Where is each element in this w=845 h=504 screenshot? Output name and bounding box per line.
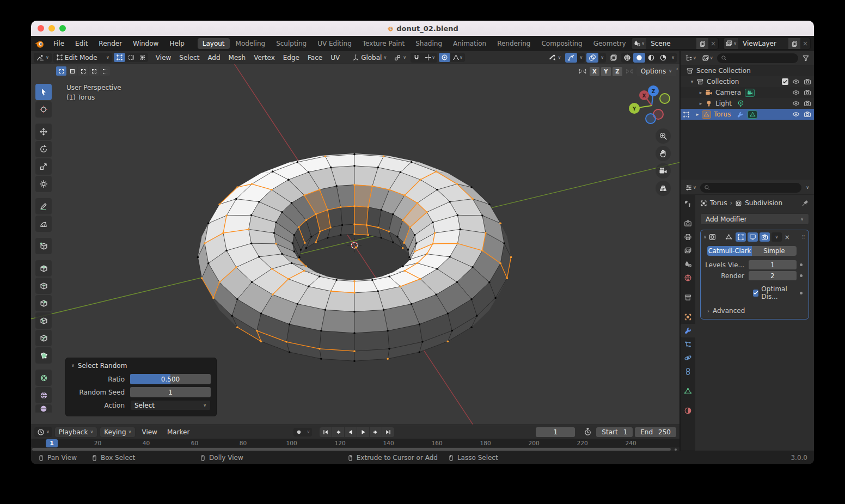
pin-icon[interactable] xyxy=(801,199,809,207)
menu-window[interactable]: Window xyxy=(128,38,163,49)
outliner-search-input[interactable] xyxy=(729,55,794,62)
editor-type-button[interactable]: ∨ xyxy=(34,53,52,63)
ratio-slider[interactable]: 0.500 xyxy=(130,374,211,384)
proportional-edit-toggle[interactable] xyxy=(439,53,450,62)
shading-settings-dropdown[interactable]: ∨ xyxy=(669,54,677,61)
scene-unlink-button[interactable]: × xyxy=(708,40,718,47)
object-type-visibility-dropdown[interactable]: ∨ xyxy=(546,53,564,63)
tool-extrude-region[interactable] xyxy=(35,260,52,276)
auto-keying-dropdown[interactable]: ∨ xyxy=(304,429,312,435)
face-select-mode-button[interactable] xyxy=(137,53,148,62)
mesh-data-badge[interactable] xyxy=(748,110,757,119)
tool-poly-build[interactable] xyxy=(35,347,52,364)
expand-arrow[interactable]: ▸ xyxy=(695,112,700,117)
menu-file[interactable]: File xyxy=(49,38,69,49)
viewlayer-copy-button[interactable] xyxy=(788,38,800,49)
overlays-settings-dropdown[interactable]: ∨ xyxy=(598,54,606,61)
select-mode-subtract-button[interactable] xyxy=(78,66,88,76)
tool-spin[interactable] xyxy=(35,370,52,386)
gizmo-y-neg-axis[interactable] xyxy=(660,94,670,103)
select-mode-extend-button[interactable] xyxy=(67,66,77,76)
snap-toggle-button[interactable] xyxy=(411,53,422,63)
workspace-tab-compositing[interactable]: Compositing xyxy=(536,38,587,49)
optimal-decorator[interactable] xyxy=(797,292,805,294)
random-seed-field[interactable]: 1 xyxy=(130,387,211,397)
menu-uv[interactable]: UV xyxy=(327,53,344,63)
tab-particles[interactable] xyxy=(681,337,695,351)
menu-help[interactable]: Help xyxy=(165,38,188,49)
mirror-x-button[interactable]: X xyxy=(590,67,599,76)
operator-panel-header[interactable]: ∨Select Random xyxy=(71,362,211,370)
minimize-window-button[interactable] xyxy=(48,25,55,32)
transform-orientation-dropdown[interactable]: Global∨ xyxy=(350,53,389,63)
tab-physics[interactable] xyxy=(681,351,695,365)
menu-edge[interactable]: Edge xyxy=(279,53,303,63)
blender-logo-icon[interactable] xyxy=(34,39,45,49)
workspace-tab-modeling[interactable]: Modeling xyxy=(231,38,271,49)
hide-viewport-icon[interactable] xyxy=(792,89,800,96)
modifier-drag-handle[interactable]: ⠿ xyxy=(801,235,806,240)
menu-vertex[interactable]: Vertex xyxy=(250,53,279,63)
playback-menu[interactable]: Playback∨ xyxy=(54,427,97,438)
mirror-icon[interactable] xyxy=(578,67,587,76)
viewlayer-remove-button[interactable]: × xyxy=(800,40,810,47)
properties-search[interactable] xyxy=(700,183,801,193)
tool-move[interactable] xyxy=(35,124,52,140)
pan-view-button[interactable] xyxy=(656,146,671,161)
navigation-gizmo[interactable]: Z X Y xyxy=(627,83,672,127)
jump-to-end-button[interactable] xyxy=(382,427,394,437)
disable-render-icon[interactable] xyxy=(804,100,811,107)
camera-data-badge[interactable] xyxy=(745,89,755,97)
gizmo-settings-dropdown[interactable]: ∨ xyxy=(577,54,585,61)
breadcrumb-modifier[interactable]: Subdivision xyxy=(745,199,782,207)
scene-copy-button[interactable] xyxy=(696,38,708,49)
levels-viewport-field[interactable]: 1 xyxy=(749,260,797,269)
workspace-tab-shading[interactable]: Shading xyxy=(411,38,447,49)
outliner-row-scene-collection[interactable]: Scene Collection xyxy=(681,65,814,76)
tab-view-layer[interactable] xyxy=(681,244,695,257)
outliner-row-collection[interactable]: ▾ Collection xyxy=(681,76,814,87)
menu-mesh[interactable]: Mesh xyxy=(225,53,250,63)
disable-render-icon[interactable] xyxy=(804,110,811,118)
snap-settings-dropdown[interactable]: ∨ xyxy=(422,53,437,62)
catmull-clark-button[interactable]: Catmull-Clark xyxy=(707,246,752,256)
tab-object[interactable] xyxy=(681,310,695,324)
viewlayer-name[interactable]: ViewLayer xyxy=(738,40,788,47)
tool-loop-cut[interactable] xyxy=(35,312,52,329)
viewlayer-browse-button[interactable]: ∨ xyxy=(724,38,738,49)
tab-collection[interactable] xyxy=(681,291,695,304)
mode-dropdown[interactable]: Edit Mode∨ xyxy=(53,53,112,63)
collection-checkbox[interactable] xyxy=(782,78,788,85)
menu-add[interactable]: Add xyxy=(204,53,224,63)
tab-modifiers[interactable] xyxy=(681,324,695,337)
tool-knife[interactable] xyxy=(35,330,52,346)
edge-select-mode-button[interactable] xyxy=(125,53,137,62)
modifier-indicator-icon[interactable] xyxy=(737,111,744,118)
outliner-filter-mode-button[interactable]: ∨ xyxy=(700,53,715,63)
current-frame-field[interactable]: 1 xyxy=(536,427,575,437)
end-frame-field[interactable]: End250 xyxy=(635,427,676,437)
display-on-cage-toggle[interactable] xyxy=(724,232,734,242)
menu-view[interactable]: View xyxy=(152,53,175,63)
tool-edge-slide[interactable] xyxy=(35,404,52,413)
render-decorator[interactable] xyxy=(797,274,805,277)
workspace-tab-uv-editing[interactable]: UV Editing xyxy=(313,38,357,49)
tool-annotate[interactable] xyxy=(35,198,52,214)
next-keyframe-button[interactable] xyxy=(370,427,382,437)
workspace-tab-rendering[interactable]: Rendering xyxy=(492,38,535,49)
select-mode-invert-button[interactable] xyxy=(89,66,99,76)
auto-keying-toggle[interactable] xyxy=(293,428,304,437)
menu-render[interactable]: Render xyxy=(94,38,126,49)
camera-view-button[interactable] xyxy=(656,163,671,179)
select-mode-set-button[interactable] xyxy=(56,66,66,76)
outliner-display-mode-button[interactable]: ∨ xyxy=(683,53,698,63)
shading-material-button[interactable] xyxy=(645,53,657,63)
light-data-icon[interactable] xyxy=(737,100,745,108)
outliner-search[interactable] xyxy=(717,53,798,63)
timeline-view-menu[interactable]: View xyxy=(138,427,161,437)
scene-name[interactable]: Scene xyxy=(646,40,696,47)
vertex-select-mode-button[interactable] xyxy=(114,53,125,62)
maximize-window-button[interactable] xyxy=(59,25,66,32)
scene-browse-button[interactable]: ∨ xyxy=(632,38,646,49)
modifier-remove-button[interactable]: × xyxy=(785,233,790,241)
